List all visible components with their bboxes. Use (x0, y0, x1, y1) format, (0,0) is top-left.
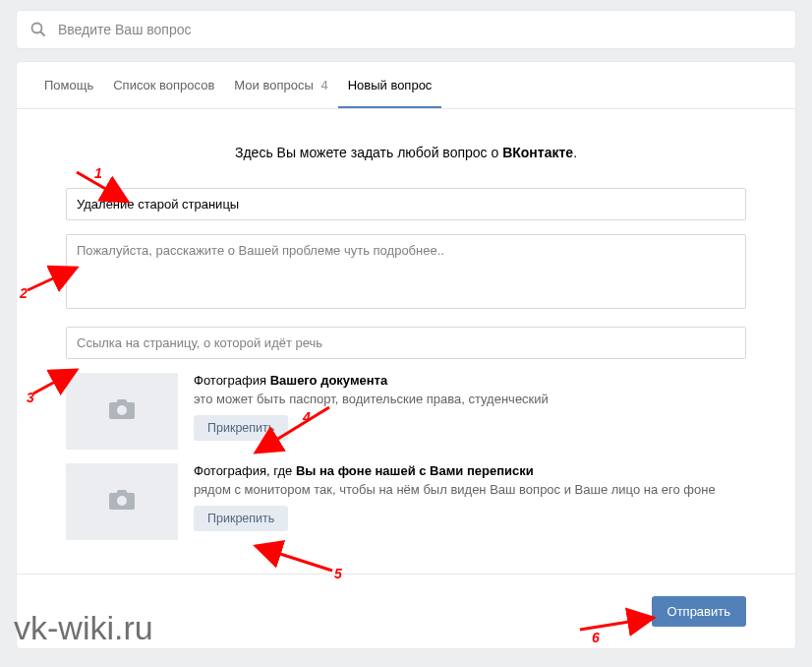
submit-button[interactable]: Отправить (652, 596, 746, 627)
tab-my-questions-label: Мои вопросы (234, 78, 313, 92)
attachment-photo: Фотография, где Вы на фоне нашей с Вами … (66, 463, 746, 540)
tab-my-questions[interactable]: Мои вопросы 4 (224, 62, 337, 108)
attach-button-photo[interactable]: Прикрепить (194, 506, 288, 531)
tab-my-questions-count: 4 (320, 78, 327, 92)
tab-new-question[interactable]: Новый вопрос (338, 62, 442, 108)
subject-input[interactable] (66, 188, 746, 220)
search-input[interactable] (58, 22, 782, 37)
attachment-desc: рядом с монитором так, чтобы на нём был … (194, 482, 716, 497)
camera-icon (108, 488, 136, 515)
tab-question-list[interactable]: Список вопросов (103, 62, 224, 108)
attachment-title: Фотография Вашего документа (194, 373, 549, 388)
attachment-thumb (66, 373, 178, 450)
search-icon (30, 22, 46, 37)
attachment-desc: это может быть паспорт, водительские пра… (194, 392, 549, 406)
attach-button-document[interactable]: Прикрепить (194, 415, 288, 441)
svg-line-1 (41, 32, 45, 36)
page-link-input[interactable] (66, 327, 746, 359)
attachment-thumb (66, 463, 178, 540)
attachment-title: Фотография, где Вы на фоне нашей с Вами … (194, 463, 716, 478)
page-heading: Здесь Вы можете задать любой вопрос о ВК… (66, 145, 746, 160)
camera-icon (108, 397, 136, 425)
attachment-document: Фотография Вашего документа это может бы… (66, 373, 746, 450)
tabs: Помощь Список вопросов Мои вопросы 4 Нов… (17, 62, 795, 109)
details-textarea[interactable] (66, 234, 746, 309)
tab-help[interactable]: Помощь (34, 62, 103, 108)
